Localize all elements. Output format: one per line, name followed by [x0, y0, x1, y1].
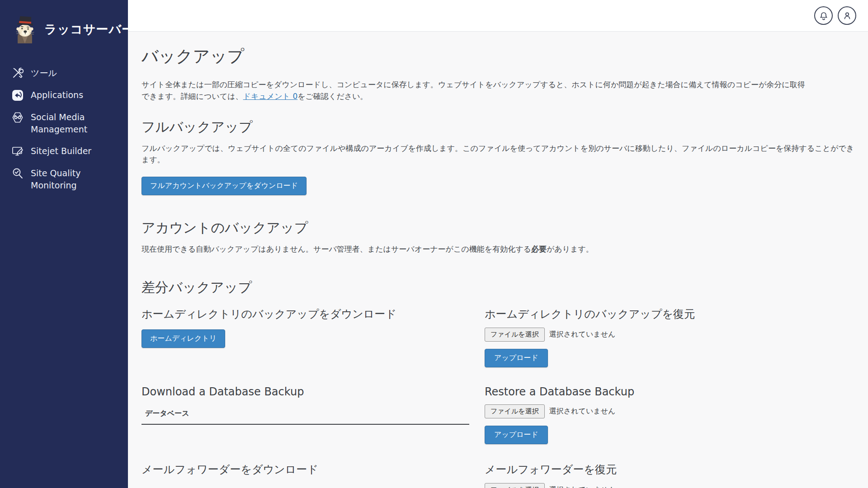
- database-restore-block: Restore a Database Backup ファイルを選択 選択されてい…: [485, 385, 854, 444]
- forwarder-table: フォワーダー gaghu46567.rakkoserver.net: [142, 485, 469, 488]
- main-content: バックアップ サイト全体または一部の圧縮コピーをダウンロードし、コンピュータに保…: [128, 32, 868, 488]
- file-select-button[interactable]: ファイルを選択: [485, 328, 545, 342]
- site-quality-icon: [12, 168, 24, 179]
- sidebar-item-label: Social Media Management: [31, 111, 116, 135]
- brand-name: ラッコサーバー: [44, 21, 134, 38]
- sidebar-item-sitejet[interactable]: Sitejet Builder: [12, 145, 116, 157]
- database-table: データベース: [142, 406, 469, 425]
- sidebar-nav: ツール Applications Social Media Management: [12, 67, 116, 191]
- home-directory-file-input: ファイルを選択 選択されていません: [485, 328, 854, 342]
- file-select-button[interactable]: ファイルを選択: [485, 404, 545, 418]
- notifications-button[interactable]: [814, 6, 833, 25]
- bell-icon: [819, 11, 828, 20]
- home-directory-download-title: ホームディレクトリのバックアップをダウンロード: [142, 307, 469, 321]
- forwarder-table-header: フォワーダー: [142, 485, 469, 488]
- home-directory-download-button[interactable]: ホームディレクトリ: [142, 329, 225, 348]
- right-pane: バックアップ サイト全体または一部の圧縮コピーをダウンロードし、コンピュータに保…: [128, 0, 868, 488]
- file-select-status: 選択されていません: [549, 330, 616, 339]
- file-select-status: 選択されていません: [549, 485, 616, 488]
- sidebar-item-applications[interactable]: Applications: [12, 89, 116, 101]
- brand[interactable]: ラッコサーバー: [12, 15, 116, 43]
- home-directory-download-block: ホームディレクトリのバックアップをダウンロード ホームディレクトリ: [142, 307, 469, 367]
- partial-backup-grid: ホームディレクトリのバックアップをダウンロード ホームディレクトリ ホームディレ…: [142, 307, 854, 488]
- account-backup-text-after: があります。: [547, 244, 594, 253]
- account-backup-title: アカウントのバックアップ: [142, 219, 854, 237]
- file-select-button[interactable]: ファイルを選択: [485, 483, 545, 488]
- social-media-icon: [12, 112, 24, 123]
- home-directory-restore-block: ホームディレクトリのバックアップを復元 ファイルを選択 選択されていません アッ…: [485, 307, 854, 367]
- database-upload-button[interactable]: アップロード: [485, 426, 548, 444]
- sidebar-item-label: Site Quality Monitoring: [31, 167, 116, 191]
- intro-text: サイト全体または一部の圧縮コピーをダウンロードし、コンピュータに保存します。ウェ…: [142, 80, 805, 101]
- database-download-block: Download a Database Backup データベース: [142, 385, 469, 444]
- user-icon: [843, 11, 852, 20]
- page-title: バックアップ: [142, 45, 854, 68]
- sitejet-builder-icon: [12, 145, 24, 157]
- file-select-status: 選択されていません: [549, 407, 616, 416]
- applications-icon: [12, 89, 24, 101]
- forwarder-download-block: メールフォワーダーをダウンロード フォワーダー gaghu46567.rakko…: [142, 462, 469, 488]
- database-download-title: Download a Database Backup: [142, 385, 469, 398]
- partial-backup-title: 差分バックアップ: [142, 278, 854, 297]
- documentation-link[interactable]: ドキュメント 0: [243, 92, 298, 101]
- topbar: [128, 0, 868, 32]
- database-table-header: データベース: [142, 406, 469, 424]
- otter-logo-icon: [12, 15, 38, 43]
- home-directory-upload-button[interactable]: アップロード: [485, 349, 548, 367]
- user-menu-button[interactable]: [838, 6, 856, 25]
- tools-icon: [12, 67, 24, 79]
- forwarder-file-input: ファイルを選択 選択されていません: [485, 483, 854, 488]
- forwarder-restore-block: メールフォワーダーを復元 ファイルを選択 選択されていません アップロード: [485, 462, 854, 488]
- database-file-input: ファイルを選択 選択されていません: [485, 404, 854, 418]
- forwarder-restore-title: メールフォワーダーを復元: [485, 462, 854, 477]
- account-backup-text-before: 現在使用できる自動バックアップはありません。サーバ管理者、またはサーバオーナーが…: [142, 244, 531, 253]
- intro-text-after: をご確認ください。: [297, 92, 368, 101]
- sidebar: ラッコサーバー ツール Applications: [0, 0, 128, 488]
- home-directory-restore-title: ホームディレクトリのバックアップを復元: [485, 307, 854, 321]
- sidebar-item-label: ツール: [31, 67, 57, 79]
- database-restore-title: Restore a Database Backup: [485, 385, 854, 398]
- full-backup-download-button[interactable]: フルアカウントバックアップをダウンロード: [142, 177, 307, 195]
- intro-paragraph: サイト全体または一部の圧縮コピーをダウンロードし、コンピュータに保存します。ウェ…: [142, 79, 811, 103]
- sidebar-item-label: Applications: [31, 89, 83, 101]
- account-backup-text: 現在使用できる自動バックアップはありません。サーバ管理者、またはサーバオーナーが…: [142, 244, 854, 255]
- full-backup-title: フルバックアップ: [142, 118, 854, 136]
- sidebar-item-social-media[interactable]: Social Media Management: [12, 111, 116, 135]
- sidebar-item-label: Sitejet Builder: [31, 145, 91, 157]
- forwarder-download-title: メールフォワーダーをダウンロード: [142, 462, 469, 477]
- full-backup-description: フルバックアップでは、ウェブサイトの全てのファイルや構成のアーカイブを作成します…: [142, 143, 854, 166]
- sidebar-item-site-quality[interactable]: Site Quality Monitoring: [12, 167, 116, 191]
- account-backup-text-bold: 必要: [531, 244, 547, 253]
- sidebar-item-tools[interactable]: ツール: [12, 67, 116, 79]
